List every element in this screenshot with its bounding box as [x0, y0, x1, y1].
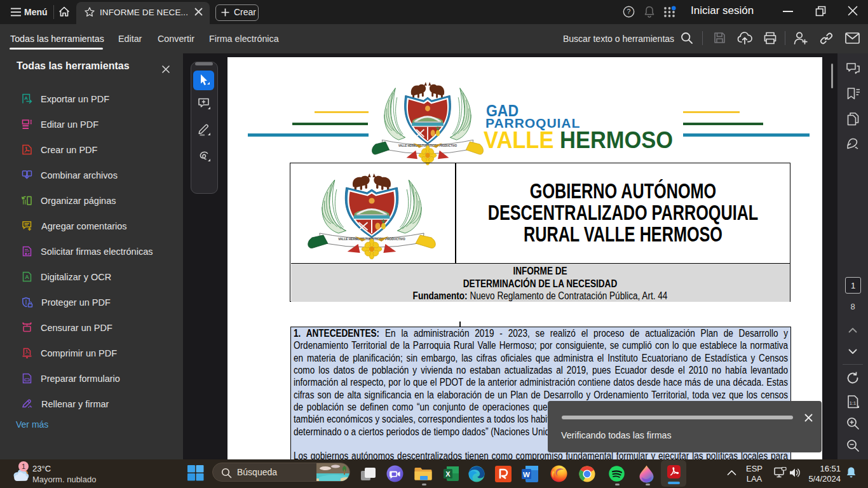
svg-text:1:1: 1:1 [850, 400, 856, 406]
svg-text:X: X [445, 470, 451, 478]
svg-text:A: A [24, 95, 28, 101]
svg-text:W: W [523, 471, 530, 478]
svg-text:A: A [25, 274, 29, 280]
svg-text:?: ? [627, 8, 631, 15]
